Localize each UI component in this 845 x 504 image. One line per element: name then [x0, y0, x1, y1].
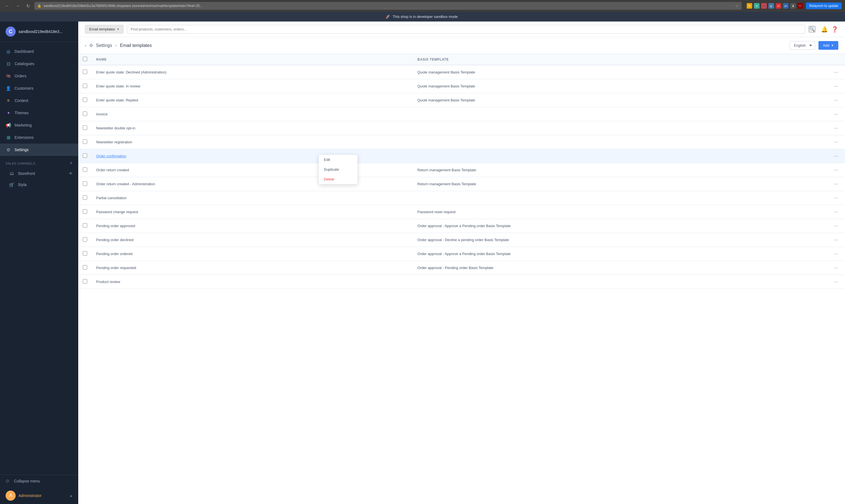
- ext-icon-8[interactable]: 🛡: [797, 3, 803, 9]
- language-selector[interactable]: English German French: [790, 41, 815, 50]
- ext-icon-4[interactable]: ◎: [769, 3, 774, 9]
- row-more-button[interactable]: ···: [832, 152, 841, 160]
- sidebar-item-styla[interactable]: 🛒 Styla: [0, 179, 78, 190]
- bookmark-icon[interactable]: ☆: [735, 4, 739, 8]
- row-more-button[interactable]: ···: [832, 222, 841, 229]
- catalogues-icon: ⊡: [5, 61, 11, 67]
- row-actions-cell: ···: [827, 247, 845, 261]
- row-actions-cell: ···: [827, 107, 845, 121]
- select-all-checkbox[interactable]: [83, 57, 87, 61]
- row-more-button[interactable]: ···: [832, 180, 841, 187]
- reload-button[interactable]: ↻: [24, 2, 32, 10]
- sidebar-item-settings[interactable]: ⚙ Settings: [0, 144, 78, 156]
- context-menu-duplicate[interactable]: Duplicate: [319, 165, 357, 174]
- search-input[interactable]: [130, 27, 802, 31]
- row-checkbox[interactable]: [83, 154, 87, 158]
- table-header: Name Basis Template: [78, 54, 845, 65]
- row-more-button[interactable]: ···: [832, 83, 841, 90]
- sidebar-item-customers[interactable]: 👤 Customers: [0, 82, 78, 94]
- row-checkbox[interactable]: [83, 279, 87, 284]
- row-more-button[interactable]: ···: [832, 278, 841, 285]
- row-more-button[interactable]: ···: [832, 264, 841, 271]
- row-basis-template-cell: [413, 121, 827, 135]
- sidebar-item-dashboard[interactable]: ◎ Dashboard: [0, 45, 78, 57]
- add-sales-channel-button[interactable]: +: [70, 160, 73, 166]
- row-actions-cell: ···: [827, 275, 845, 289]
- back-button[interactable]: ‹: [85, 43, 86, 48]
- sidebar-item-storefront[interactable]: 🗂 Storefront 👁: [0, 168, 78, 179]
- collapse-icon[interactable]: ⊙: [5, 478, 11, 484]
- context-menu-edit[interactable]: Edit: [319, 155, 357, 165]
- row-more-button[interactable]: ···: [832, 166, 841, 174]
- row-name: Enter quote state: In review: [96, 84, 140, 88]
- row-checkbox-cell: [78, 275, 92, 289]
- row-checkbox[interactable]: [83, 181, 87, 186]
- row-name-cell: Enter quote state: In review: [92, 79, 413, 93]
- row-more-button[interactable]: ···: [832, 195, 841, 201]
- relaunch-button[interactable]: Relaunch to update: [806, 2, 842, 9]
- ext-icon-1[interactable]: R: [747, 3, 752, 9]
- context-menu-delete[interactable]: Delete: [319, 174, 357, 184]
- row-more-button[interactable]: ···: [832, 250, 841, 257]
- row-name-cell: Partial cancellation: [92, 191, 413, 205]
- collapse-menu-label[interactable]: Collapse menu: [14, 479, 40, 483]
- row-checkbox[interactable]: [83, 251, 87, 256]
- row-basis-template-cell: [413, 149, 827, 163]
- row-checkbox[interactable]: [83, 139, 87, 144]
- row-more-button[interactable]: ···: [832, 139, 841, 146]
- sidebar-item-marketing[interactable]: 📢 Marketing: [0, 119, 78, 131]
- sidebar-item-orders[interactable]: 🛍 Orders: [0, 70, 78, 82]
- row-more-button[interactable]: ···: [832, 69, 841, 76]
- forward-nav-button[interactable]: →: [14, 2, 22, 10]
- ext-icon-5[interactable]: U: [776, 3, 781, 9]
- notification-bell-icon[interactable]: 🔔: [821, 26, 828, 33]
- row-checkbox[interactable]: [83, 111, 87, 116]
- search-button[interactable]: 🔍: [809, 26, 815, 32]
- help-icon[interactable]: ❓: [831, 26, 838, 33]
- row-checkbox[interactable]: [83, 70, 87, 74]
- row-basis-template: Return management Basis Template: [417, 182, 476, 186]
- content-icon: ≡: [5, 98, 11, 103]
- row-checkbox[interactable]: [83, 195, 87, 200]
- top-bar: Email templates ▼ 🔍 🔔 ❓: [78, 21, 845, 37]
- add-chevron-icon: ▼: [831, 44, 834, 47]
- sidebar-item-label-content: Content: [15, 98, 28, 103]
- ext-icon-3[interactable]: 🐾: [761, 3, 767, 9]
- search-filter-button[interactable]: Email templates ▼: [85, 25, 124, 34]
- row-name: Pending order approved: [96, 224, 135, 228]
- sidebar-item-catalogues[interactable]: ⊡ Catalogues: [0, 57, 78, 70]
- row-checkbox[interactable]: [83, 223, 87, 228]
- logo-icon: C: [5, 26, 16, 37]
- row-more-button[interactable]: ···: [832, 209, 841, 215]
- ext-icon-6[interactable]: 🏷: [783, 3, 789, 9]
- row-more-button[interactable]: ···: [832, 97, 841, 104]
- ext-icon-2[interactable]: ✏: [754, 3, 759, 9]
- styla-icon: 🛒: [9, 182, 15, 187]
- sidebar: C sandboxd219ed8418e3... ◎ Dashboard ⊡ C…: [0, 21, 78, 504]
- th-name: Name: [92, 54, 413, 65]
- row-checkbox-cell: [78, 233, 92, 247]
- row-name-link[interactable]: Order confirmation: [96, 154, 126, 158]
- sidebar-item-content[interactable]: ≡ Content: [0, 94, 78, 107]
- sidebar-item-extensions[interactable]: ⊞ Extensions: [0, 131, 78, 144]
- row-checkbox[interactable]: [83, 237, 87, 242]
- row-checkbox[interactable]: [83, 209, 87, 214]
- row-checkbox[interactable]: [83, 97, 87, 102]
- page-settings-button[interactable]: ⚙: [89, 43, 93, 48]
- ext-icon-7[interactable]: ⬇: [790, 3, 796, 9]
- row-more-button[interactable]: ···: [832, 111, 841, 118]
- admin-profile[interactable]: A Administrator: [5, 491, 41, 501]
- sidebar-item-themes[interactable]: ✦ Themes: [0, 107, 78, 119]
- admin-chevron-icon: ▲: [69, 494, 73, 498]
- row-checkbox[interactable]: [83, 84, 87, 88]
- url-bar[interactable]: 🔒 sandboxd219ed8418e339eb3cc3a7680952466…: [34, 2, 742, 10]
- add-button[interactable]: Add ▼: [819, 41, 838, 50]
- row-checkbox-cell: [78, 107, 92, 121]
- row-checkbox[interactable]: [83, 265, 87, 270]
- row-more-button[interactable]: ···: [832, 236, 841, 243]
- row-checkbox[interactable]: [83, 167, 87, 172]
- row-more-button[interactable]: ···: [832, 125, 841, 131]
- back-nav-button[interactable]: ←: [3, 2, 11, 10]
- row-checkbox[interactable]: [83, 125, 87, 130]
- storefront-eye-icon[interactable]: 👁: [69, 171, 73, 176]
